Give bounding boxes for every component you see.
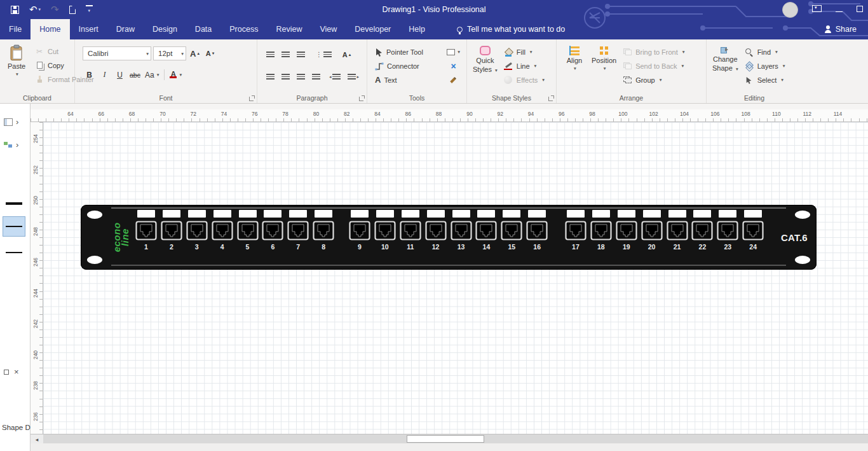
decrease-indent-button[interactable]: ◂	[330, 70, 343, 83]
send-to-back-button[interactable]: Send to Back▾	[620, 59, 687, 73]
patch-panel-shape[interactable]: econo line CAT.6 12345678910111213141516…	[81, 205, 817, 270]
line-master-thin[interactable]	[3, 244, 25, 261]
group-label: Group	[635, 76, 655, 84]
ribbon-display-options-button[interactable]	[812, 5, 822, 14]
port-number: 21	[674, 243, 681, 251]
connector-button[interactable]: Connector	[372, 59, 444, 73]
align-middle-button[interactable]	[279, 48, 292, 61]
underline-button[interactable]: U	[113, 68, 126, 81]
h-ruler-number: 108	[740, 111, 752, 117]
redo-button[interactable]: ↷	[48, 4, 62, 15]
font-family-select[interactable]: Calibri▾	[83, 46, 151, 60]
fill-button[interactable]: Fill▾	[501, 45, 547, 59]
bullets-button[interactable]: ⋮	[315, 48, 333, 61]
horizontal-scrollbar[interactable]: ◂	[31, 434, 868, 443]
shape-data-window-icon[interactable]	[4, 370, 9, 375]
find-button[interactable]: Find▾	[742, 45, 788, 59]
tell-me-box[interactable]: Tell me what you want to do	[451, 19, 571, 39]
h-ruler[interactable]: 6466687072747678808284868890929496981001…	[31, 109, 868, 122]
rj45-port-icon	[691, 221, 713, 240]
align-button[interactable]: Align ▾	[560, 44, 588, 93]
align-right-button[interactable]	[294, 70, 308, 83]
drawing-canvas[interactable]: econo line CAT.6 12345678910111213141516…	[43, 122, 868, 434]
change-shape-button[interactable]: Change Shape ▾	[710, 44, 740, 93]
change-case-button[interactable]: Aa▾	[144, 68, 160, 81]
paragraph-dialog-launcher[interactable]	[359, 95, 365, 101]
shape-gallery-button[interactable]: ▾	[445, 45, 461, 59]
line-master-thick[interactable]	[3, 195, 25, 212]
bring-caret-icon: ▾	[682, 49, 685, 55]
tab-process[interactable]: Process	[220, 19, 267, 39]
tab-draw[interactable]: Draw	[107, 19, 144, 39]
account-avatar[interactable]	[782, 2, 798, 18]
tab-file[interactable]: File	[0, 19, 31, 39]
shape-data-close-icon[interactable]: ×	[14, 369, 19, 375]
tab-review[interactable]: Review	[267, 19, 311, 39]
tab-data[interactable]: Data	[186, 19, 220, 39]
stencil-expand-button[interactable]: ›	[4, 140, 18, 149]
tab-view[interactable]: View	[311, 19, 346, 39]
layers-button[interactable]: Layers▾	[742, 59, 788, 73]
shrink-font-button[interactable]: A▾	[203, 47, 217, 60]
pointer-tool-button[interactable]: Pointer Tool	[372, 45, 444, 59]
group-button[interactable]: Group▾	[620, 73, 687, 87]
position-button[interactable]: Position ▾	[590, 44, 618, 93]
align-top-button[interactable]	[264, 48, 277, 61]
tab-developer[interactable]: Developer	[346, 19, 400, 39]
font-family-caret-icon: ▾	[146, 51, 149, 57]
save-button[interactable]	[8, 4, 22, 15]
tab-design[interactable]: Design	[144, 19, 186, 39]
h-ruler-number: 106	[709, 111, 721, 117]
font-dialog-launcher[interactable]	[249, 95, 255, 101]
rj45-port-icon	[501, 221, 522, 240]
undo-dropdown-icon[interactable]: ▾	[39, 7, 41, 12]
share-button[interactable]: Share	[819, 19, 862, 39]
minimize-button[interactable]	[836, 5, 843, 14]
select-button[interactable]: Select▾	[742, 73, 788, 87]
paste-button[interactable]: Paste ▾	[3, 43, 31, 93]
undo-button[interactable]: ↶▾	[26, 4, 44, 15]
line-master-selected[interactable]	[3, 216, 25, 237]
customize-qat-button[interactable]: ▾	[83, 4, 96, 15]
connection-point-button[interactable]: ×	[445, 59, 461, 73]
tab-home[interactable]: Home	[31, 19, 69, 39]
h-ruler-number: 72	[187, 111, 200, 117]
increase-indent-button[interactable]: ▸	[345, 70, 358, 83]
select-label: Select	[757, 76, 777, 84]
shape-gallery-caret-icon: ▾	[458, 49, 460, 55]
layers-label: Layers	[757, 62, 778, 70]
font-size-select[interactable]: 12pt▾	[153, 46, 186, 60]
italic-button[interactable]: I	[98, 68, 111, 81]
scroll-left-arrow[interactable]: ◂	[31, 434, 43, 444]
tab-insert[interactable]: Insert	[70, 19, 107, 39]
strikethrough-button[interactable]: abc	[128, 68, 142, 81]
quick-styles-button[interactable]: Quick Styles ▾	[471, 44, 499, 93]
text-direction-button[interactable]: A▴	[340, 48, 353, 61]
tab-help[interactable]: Help	[400, 19, 434, 39]
text-tool-button[interactable]: A Text	[372, 73, 444, 87]
bring-to-front-button[interactable]: Bring to Front▾	[620, 45, 687, 59]
align-bottom-button[interactable]	[294, 48, 308, 61]
port-label-window	[744, 210, 762, 218]
justify-button[interactable]	[309, 70, 323, 83]
port-module: 6	[260, 210, 285, 251]
rj45-port-icon	[349, 221, 370, 240]
maximize-button[interactable]	[857, 5, 863, 14]
shape-styles-dialog-launcher[interactable]	[548, 95, 554, 101]
grow-font-button[interactable]: A▴	[188, 47, 201, 60]
align-center-button[interactable]	[279, 70, 292, 83]
port-label-window	[214, 210, 231, 218]
font-color-button[interactable]: A▾	[168, 68, 183, 81]
freeform-tool-button[interactable]	[445, 73, 461, 87]
line-button[interactable]: Line▾	[501, 59, 547, 73]
effects-button[interactable]: Effects▾	[501, 73, 547, 87]
bold-button[interactable]: B	[83, 68, 96, 81]
align-left-button[interactable]	[264, 70, 277, 83]
scroll-thumb[interactable]	[407, 435, 484, 443]
v-ruler[interactable]: 254252250248246244242240238236	[31, 122, 43, 434]
customize-caret-icon: ▾	[88, 8, 90, 14]
layers-icon	[745, 62, 753, 70]
new-drawing-button[interactable]	[66, 4, 79, 15]
select-caret-icon: ▾	[781, 77, 783, 83]
shapes-panel-expand-button[interactable]: ›	[4, 117, 18, 127]
